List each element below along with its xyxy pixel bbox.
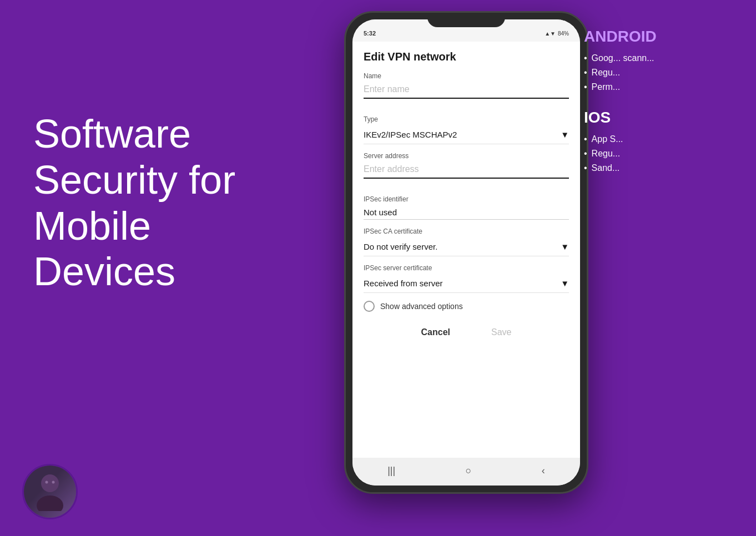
ipsec-id-value: Not used: [364, 205, 569, 220]
signal-icon: ▲▼: [545, 31, 556, 37]
cancel-button[interactable]: Cancel: [415, 324, 457, 341]
phone-mockup: 5:32 ▲▼ 84% Edit VPN network Name Type: [344, 11, 588, 510]
android-section-title: ANDROID: [584, 28, 739, 45]
vpn-form: Edit VPN network Name Type IKEv2/IPSec M…: [352, 42, 580, 458]
phone-outer: 5:32 ▲▼ 84% Edit VPN network Name Type: [344, 11, 588, 494]
android-navbar: ||| ○ ‹: [352, 458, 580, 486]
android-item-3-text: Perm...: [592, 82, 621, 92]
ios-item-2-text: Regu...: [592, 149, 621, 159]
bullet-3: •: [584, 82, 587, 92]
bullet-1: •: [584, 53, 587, 63]
phone-screen: 5:32 ▲▼ 84% Edit VPN network Name Type: [352, 19, 580, 486]
server-address-input[interactable]: [364, 162, 569, 179]
svg-point-2: [46, 481, 48, 484]
ios-bullet-3: •: [584, 163, 587, 173]
battery-icon: 84%: [558, 31, 569, 37]
ios-item-3: • Sand...: [584, 163, 739, 173]
svg-point-1: [37, 495, 63, 511]
slide-title: Software Security for Mobile Devices: [33, 111, 235, 295]
android-item-2-text: Regu...: [592, 68, 621, 78]
ipsec-ca-arrow: ▼: [561, 242, 569, 251]
svg-point-0: [41, 474, 59, 492]
title-line2: Security for: [33, 158, 235, 202]
avatar: [22, 464, 78, 519]
ios-list: • App S... • Regu... • Sand...: [584, 134, 739, 173]
ipsec-server-cert-value: Received from server: [364, 279, 443, 288]
ios-bullet-1: •: [584, 134, 587, 144]
title-line3: Mobile: [33, 204, 151, 248]
ios-item-1: • App S...: [584, 134, 739, 144]
android-item-2: • Regu...: [584, 68, 739, 78]
ipsec-server-cert-label: IPSec server certificate: [364, 264, 569, 272]
phone-notch: [427, 13, 505, 27]
status-icons: ▲▼ 84%: [545, 31, 569, 37]
android-item-3: • Perm...: [584, 82, 739, 92]
ipsec-server-cert-section: IPSec server certificate Received from s…: [364, 264, 569, 293]
nav-home-icon[interactable]: ○: [466, 465, 472, 477]
name-input[interactable]: [364, 82, 569, 99]
ios-item-3-text: Sand...: [592, 163, 620, 173]
avatar-image: [24, 466, 76, 518]
type-value: IKEv2/IPSec MSCHAPv2: [364, 130, 457, 139]
nav-recents-icon[interactable]: |||: [387, 465, 395, 477]
server-address-section: Server address: [364, 152, 569, 188]
ios-item-1-text: App S...: [592, 134, 623, 144]
save-button[interactable]: Save: [485, 324, 518, 341]
ipsec-ca-dropdown[interactable]: Do not verify server. ▼: [364, 237, 569, 256]
type-dropdown[interactable]: IKEv2/IPSec MSCHAPv2 ▼: [364, 125, 569, 144]
advanced-checkbox[interactable]: [364, 301, 375, 312]
android-item-1-text: Goog... scann...: [592, 53, 654, 63]
ipsec-ca-section: IPSec CA certificate Do not verify serve…: [364, 227, 569, 256]
type-label: Type: [364, 115, 569, 123]
svg-point-3: [52, 481, 55, 484]
ipsec-ca-label: IPSec CA certificate: [364, 227, 569, 235]
type-field-section: Type IKEv2/IPSec MSCHAPv2 ▼: [364, 115, 569, 144]
title-line1: Software: [33, 112, 191, 156]
name-label: Name: [364, 72, 569, 80]
action-buttons: Cancel Save: [364, 320, 569, 341]
status-time: 5:32: [364, 30, 376, 37]
ipsec-server-cert-arrow: ▼: [561, 279, 569, 288]
ipsec-ca-value: Do not verify server.: [364, 242, 437, 251]
bullet-2: •: [584, 68, 587, 78]
ios-item-2: • Regu...: [584, 149, 739, 159]
ipsec-id-section: IPSec identifier Not used: [364, 195, 569, 220]
ios-section-title: IOS: [584, 109, 739, 127]
android-item-1: • Goog... scann...: [584, 53, 739, 63]
title-line4: Devices: [33, 249, 175, 294]
vpn-form-title: Edit VPN network: [364, 50, 569, 63]
ipsec-server-cert-dropdown[interactable]: Received from server ▼: [364, 274, 569, 293]
ios-bullet-2: •: [584, 149, 587, 159]
right-panel: ANDROID • Goog... scann... • Regu... • P…: [567, 17, 756, 201]
nav-back-icon[interactable]: ‹: [542, 465, 545, 477]
server-address-label: Server address: [364, 152, 569, 160]
name-field-section: Name: [364, 72, 569, 108]
advanced-label: Show advanced options: [380, 302, 463, 311]
advanced-options-row[interactable]: Show advanced options: [364, 301, 569, 312]
android-list: • Goog... scann... • Regu... • Perm...: [584, 53, 739, 92]
ipsec-id-label: IPSec identifier: [364, 195, 569, 203]
